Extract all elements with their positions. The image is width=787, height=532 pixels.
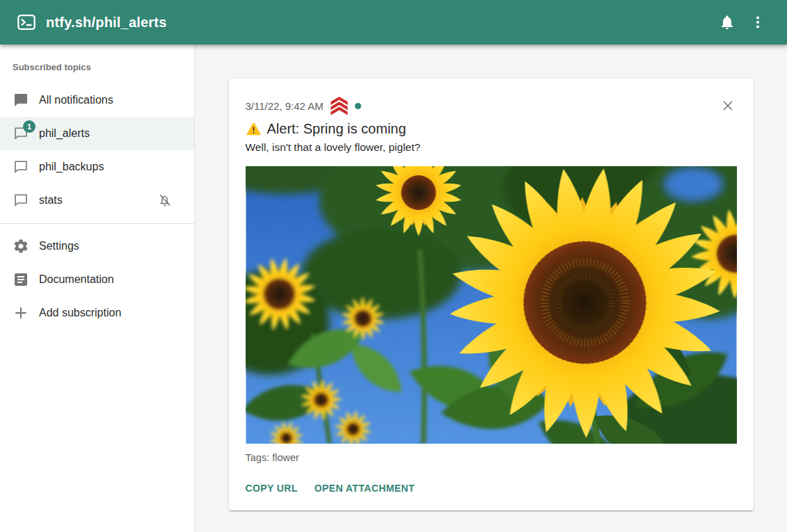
sidebar-item-label: Add subscription (39, 307, 186, 319)
open-attachment-button[interactable]: OPEN ATTACHMENT (315, 481, 415, 495)
sidebar-item-label: All notifications (39, 94, 186, 106)
sidebar-item-label: Documentation (39, 273, 186, 286)
notification-title-row: Alert: Spring is coming (246, 121, 737, 137)
sidebar-item-label: phil_backups (39, 161, 186, 173)
notification-body: Well, isn't that a lovely flower, piglet… (246, 141, 737, 154)
sidebar-item-stats[interactable]: stats (0, 184, 194, 217)
article-icon (13, 271, 29, 288)
copy-url-button[interactable]: COPY URL (246, 481, 298, 495)
sidebar-item-label: stats (39, 194, 157, 207)
close-x-icon (720, 98, 736, 113)
kebab-menu-icon (749, 14, 766, 31)
close-notification-button[interactable] (717, 95, 738, 116)
sidebar-item-documentation[interactable]: Documentation (0, 263, 194, 296)
sidebar-item-phil-backups[interactable]: phil_backups (0, 150, 194, 184)
unread-count-badge: 1 (23, 120, 35, 133)
sidebar-item-label: Settings (39, 240, 186, 252)
chat-bubble-outline-icon: 1 (13, 125, 29, 142)
timestamp: 3/11/22, 9:42 AM (246, 100, 324, 112)
notification-title: Alert: Spring is coming (267, 121, 406, 137)
priority-max-icon (331, 97, 348, 115)
notification-actions: COPY URL OPEN ATTACHMENT (246, 481, 737, 495)
new-notification-dot-icon (355, 103, 361, 109)
notifications-bell-button[interactable] (712, 7, 742, 38)
warning-triangle-icon (246, 121, 262, 137)
sidebar-item-add-subscription[interactable]: Add subscription (0, 296, 194, 330)
notification-meta: 3/11/22, 9:42 AM (246, 97, 737, 115)
sidebar-item-all-notifications[interactable]: All notifications (0, 83, 194, 117)
subscribed-topics-label: Subscribed topics (0, 45, 194, 83)
notifications-muted-bell-off-icon (157, 192, 173, 209)
main-content: 3/11/22, 9:42 AM (195, 45, 787, 532)
sidebar-item-label: phil_alerts (39, 127, 186, 140)
sidebar-divider (0, 223, 194, 224)
overflow-menu-button[interactable] (742, 7, 773, 38)
chat-bubble-outline-icon (13, 192, 29, 209)
sidebar-item-phil-alerts[interactable]: 1 phil_alerts (0, 117, 194, 150)
bell-icon (719, 14, 736, 31)
plus-icon (13, 305, 29, 321)
attachment-image[interactable] (246, 166, 737, 444)
chat-bubble-filled-icon (13, 92, 29, 108)
sidebar: Subscribed topics All notifications 1 ph… (0, 45, 195, 532)
chat-bubble-outline-icon (13, 159, 29, 175)
gear-icon (13, 238, 29, 255)
notification-card: 3/11/22, 9:42 AM (229, 79, 754, 510)
sidebar-item-settings[interactable]: Settings (0, 229, 194, 263)
tags-label: Tags: flower (246, 452, 737, 463)
app-title: ntfy.sh/phil_alerts (46, 15, 166, 31)
terminal-logo-icon (17, 13, 36, 32)
app-bar: ntfy.sh/phil_alerts (0, 0, 787, 45)
